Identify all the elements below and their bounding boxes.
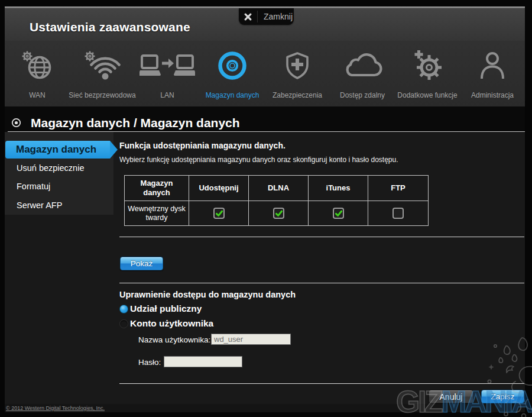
radio-button-public[interactable] <box>119 305 128 313</box>
wifi-gear-icon <box>84 48 121 83</box>
show-button[interactable]: Pokaż <box>120 257 163 270</box>
computers-arrow-icon <box>140 48 195 83</box>
nav-item-storage[interactable]: Magazyn danych <box>200 41 265 106</box>
nav-label-admin: Administracja <box>471 91 514 99</box>
gear-plus-icon <box>411 48 444 83</box>
password-label: Hasło: <box>138 357 161 367</box>
divider <box>119 237 524 237</box>
share-table: Magazyn danych Udostępnij DLNA iTunes FT… <box>124 175 429 226</box>
storage-disc-icon <box>218 48 247 83</box>
username-label: Nazwa użytkownika: <box>138 335 210 345</box>
nav-item-remote-access[interactable]: Dostęp zdalny <box>330 41 395 106</box>
content-area: Magazyn danych Usuń bezpiecznie Formatuj… <box>5 132 525 404</box>
main-navigation: WAN Sieć bezprzewodowa <box>5 41 525 106</box>
col-header-dlna: DLNA <box>249 176 309 201</box>
close-button[interactable]: Zamknij <box>239 8 294 25</box>
col-header-itunes: iTunes <box>309 176 368 201</box>
footer-bar: © 2012 Western Digital Technologies, Inc… <box>5 404 525 412</box>
close-button-label: Zamknij <box>258 12 293 21</box>
checkbox-itunes[interactable] <box>333 208 344 219</box>
copyright-text: © 2012 Western Digital Technologies, Inc… <box>6 405 105 411</box>
sidebar-item-formatuj[interactable]: Formatuj <box>5 177 110 196</box>
row-label-internal-disk: Wewnętrzny dysk twardy <box>125 201 189 226</box>
checkbox-ftp[interactable] <box>392 208 404 219</box>
nav-label-wan: WAN <box>29 91 46 99</box>
nav-label-lan: LAN <box>160 91 174 99</box>
radio-button-user-account[interactable] <box>119 319 128 328</box>
col-header-ftp: FTP <box>368 176 429 201</box>
nav-label-remote-access: Dostęp zdalny <box>340 91 385 99</box>
radio-public-share[interactable]: Udział publiczny <box>119 304 202 313</box>
checkbox-udostepnij[interactable] <box>213 208 225 219</box>
table-row: Wewnętrzny dysk twardy <box>125 201 429 226</box>
breadcrumb-bar: Magazyn danych / Magazyn danych <box>5 106 525 131</box>
breadcrumb: Magazyn danych / Magazyn danych <box>31 116 240 130</box>
main-panel: Funkcja udostępniania magazynu danych. W… <box>119 132 525 404</box>
sidebar: Magazyn danych Usuń bezpiecznie Formatuj… <box>5 132 113 215</box>
checkbox-dlna[interactable] <box>273 208 284 219</box>
col-header-magazyn-danych: Magazyn danych <box>125 176 189 201</box>
sidebar-selected-arrow <box>110 141 118 159</box>
save-button[interactable]: Zapisz <box>481 390 524 403</box>
section-title: Funkcja udostępniania magazynu danych. <box>119 141 286 150</box>
nav-item-lan[interactable]: LAN <box>135 41 200 106</box>
password-input[interactable] <box>164 356 242 367</box>
username-input[interactable] <box>211 334 291 345</box>
person-icon <box>480 48 505 83</box>
page-title: Ustawienia zaawansowane <box>30 20 190 35</box>
advanced-settings-window: Ustawienia zaawansowane Zamknij <box>0 0 532 417</box>
nav-label-remote-security: Zabezpieczenia <box>273 91 322 99</box>
col-header-udostepnij: Udostępnij <box>189 176 249 201</box>
radio-label-public: Udział publiczny <box>130 304 202 313</box>
nav-label-extra-features: Dodatkowe funkcje <box>397 91 457 99</box>
globe-gear-icon <box>20 48 54 83</box>
radio-label-user-account: Konto użytkownika <box>130 319 213 328</box>
radio-user-account[interactable]: Konto użytkownika <box>119 319 213 328</box>
shield-plus-icon <box>284 48 310 83</box>
access-section-title: Uprawnienie dostępu do magazynu danych <box>119 290 296 300</box>
cancel-button[interactable]: Anuluj <box>429 390 473 403</box>
nav-item-admin[interactable]: Administracja <box>460 41 525 106</box>
nav-item-extra-features[interactable]: Dodatkowe funkcje <box>395 41 460 106</box>
share-table-header-row: Magazyn danych Udostępnij DLNA iTunes FT… <box>125 176 429 201</box>
nav-label-wireless: Sieć bezprzewodowa <box>69 91 135 99</box>
sidebar-item-magazyn-danych[interactable]: Magazyn danych <box>5 141 110 159</box>
nav-item-wireless[interactable]: Sieć bezprzewodowa <box>70 41 135 106</box>
sidebar-item-usun-bezpiecznie[interactable]: Usuń bezpiecznie <box>5 159 110 177</box>
close-icon[interactable] <box>239 13 257 21</box>
section-description: Wybierz funkcję udostępniania magazynu d… <box>119 156 398 164</box>
nav-item-wan[interactable]: WAN <box>5 41 70 106</box>
nav-label-storage: Magazyn danych <box>206 91 259 99</box>
sidebar-item-serwer-afp[interactable]: Serwer AFP <box>5 196 110 215</box>
cloud-icon <box>342 48 382 83</box>
divider <box>119 383 524 384</box>
nav-item-security[interactable]: Zabezpieczenia <box>265 41 330 106</box>
target-circle-icon <box>11 118 21 128</box>
divider <box>119 283 524 283</box>
